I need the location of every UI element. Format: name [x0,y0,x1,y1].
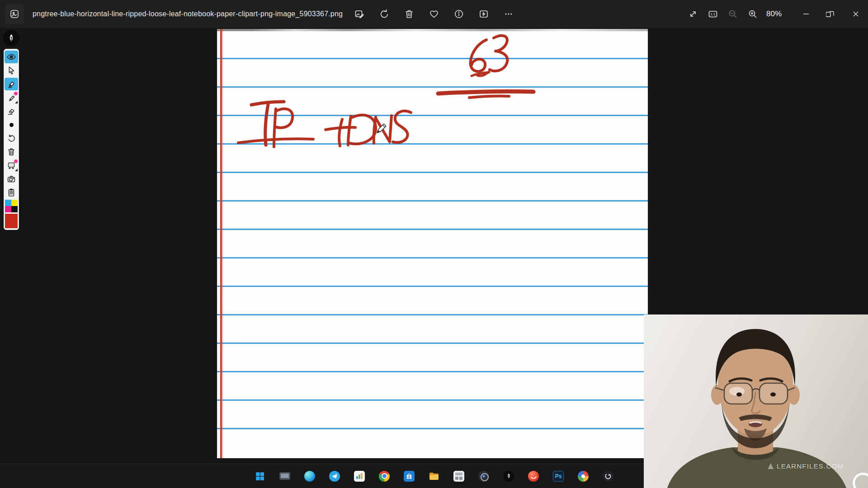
close-button[interactable] [843,0,868,28]
actual-size-icon: 1:1 [708,9,718,19]
notebook-paper-canvas[interactable] [217,29,648,458]
palette-color-0[interactable] [5,200,11,206]
red-browser-icon [528,471,539,482]
telegram-icon [329,471,340,482]
photo-thumbnail-icon [9,9,20,19]
task-view-icon [279,472,290,480]
close-icon [851,9,861,19]
calculator-icon [453,471,464,482]
store-icon [404,471,415,482]
camera-app-icon [478,471,489,482]
stroke-size-button[interactable] [5,118,18,131]
color-palette-button[interactable] [5,200,18,212]
pen-button[interactable] [5,91,18,104]
ink-digit-6 [471,40,486,71]
more-options-button[interactable] [499,4,519,24]
taskbar-calculator-button[interactable] [450,467,468,485]
highlighter-icon [6,79,16,89]
whiteboard-button[interactable] [5,159,18,172]
ink-dns-cross-v [339,119,342,146]
highlighter-button[interactable] [5,78,18,90]
ink-dns-d-stem [348,116,351,145]
palette-color-1[interactable] [11,200,18,206]
taskbar-gallery-button[interactable] [350,467,368,485]
epic-pen-logo[interactable] [3,30,19,46]
clipboard-button[interactable] [5,186,18,199]
trash-icon [404,9,415,19]
camera-icon [6,174,16,184]
taskbar-edge-button[interactable] [301,467,319,485]
favorite-button[interactable] [424,4,444,24]
edit-image-icon [354,9,365,19]
heart-icon [429,9,439,19]
info-button[interactable] [449,4,469,24]
photo-toolbar [349,4,519,24]
slideshow-icon [478,9,489,19]
app-icon-button[interactable] [5,4,24,24]
slideshow-button[interactable] [474,4,494,24]
actual-size-button[interactable]: 1:1 [703,4,723,24]
edge-icon [304,471,315,482]
taskbar-camera-app-button[interactable] [475,467,493,485]
watermark-logo-icon [768,463,774,469]
edit-image-button[interactable] [349,4,369,24]
svg-text:1:1: 1:1 [710,12,716,16]
annotation-sidebar [4,30,19,230]
clear-trash-button[interactable] [5,145,18,158]
select-cursor-button[interactable] [5,64,18,77]
minimize-button[interactable] [793,0,818,28]
pen-nib-icon [6,33,16,43]
zoom-out-button[interactable] [723,4,743,24]
minimize-icon [801,9,811,19]
obs-icon [603,471,613,482]
color-palette [5,200,18,212]
taskbar-start-button[interactable] [251,467,269,485]
taskbar-photoshop-button[interactable]: Ps [549,467,567,485]
ink-underline-long [438,91,533,94]
ink-underline-short [469,96,509,98]
restore-button[interactable] [818,0,843,28]
ink-scribble-base [472,72,489,76]
info-icon [453,9,464,19]
epic-pen-icon [503,471,514,482]
palette-color-2[interactable] [5,206,11,212]
ink-annotations [217,29,648,458]
rotate-button[interactable] [374,4,394,24]
whiteboard-color-dot [14,160,18,163]
eraser-button[interactable] [5,105,18,117]
taskbar-task-view-button[interactable] [276,467,294,485]
trash-icon [6,147,16,157]
titlebar: pngtree-blue-horizontal-line-ripped-loos… [0,0,868,28]
taskbar-epic-pen-button[interactable] [500,467,518,485]
taskbar-red-browser-button[interactable] [524,467,542,485]
fullscreen-icon [688,9,698,19]
chrome-icon [379,471,390,482]
zoom-in-button[interactable] [743,4,763,24]
taskbar-chrome-button[interactable] [375,467,393,485]
taskbar-file-explorer-button[interactable] [425,467,443,485]
zoom-and-window-controls: 1:1 80% [683,0,868,28]
taskbar-photos-button[interactable] [574,467,592,485]
eye-icon [6,52,16,62]
eraser-icon [6,106,16,116]
taskbar-obs-button[interactable] [599,467,617,485]
window-filename: pngtree-blue-horizontal-line-ripped-loos… [33,10,343,18]
taskbar-store-button[interactable] [400,467,418,485]
undo-button[interactable] [5,132,18,145]
whiteboard-submenu-indicator [15,169,18,171]
ellipsis-icon [503,9,514,19]
fullscreen-button[interactable] [683,4,703,24]
toggle-visibility-button[interactable] [5,51,18,63]
screenshot-button[interactable] [5,173,18,185]
taskbar-telegram-button[interactable] [326,467,344,485]
active-color-swatch[interactable] [5,214,18,228]
tool-panel [4,49,19,230]
ink-dns-d-bowl [350,115,376,144]
gallery-icon [354,471,365,482]
delete-button[interactable] [399,4,419,24]
palette-color-3[interactable] [11,206,18,212]
restore-icon [826,9,836,19]
clipboard-icon [6,188,16,197]
ink-dns-s [393,111,411,142]
zoom-in-icon [747,9,758,19]
